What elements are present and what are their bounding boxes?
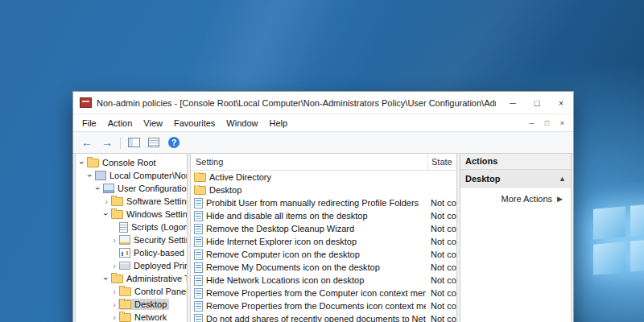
folder-icon bbox=[194, 186, 206, 195]
tree-item-label: Windows Settings bbox=[126, 209, 187, 219]
mdi-restore-button[interactable]: □ bbox=[539, 117, 555, 130]
tree-item-console-root[interactable]: ›Console Root bbox=[76, 156, 187, 169]
folder-icon bbox=[111, 275, 123, 283]
list-row-desktop[interactable]: Desktop bbox=[191, 184, 456, 196]
tree-item-security-setting[interactable]: ›Security Setting bbox=[76, 233, 187, 246]
minimize-button[interactable]: ─ bbox=[501, 92, 525, 114]
expand-chevron-icon[interactable]: › bbox=[110, 262, 118, 270]
folder-icon bbox=[194, 173, 206, 182]
titlebar[interactable]: Non-admin policies - [Console Root\Local… bbox=[73, 92, 573, 114]
tree-item-windows-settings[interactable]: ›Windows Settings bbox=[76, 208, 187, 221]
tree-item-control-panel[interactable]: ›Control Panel bbox=[76, 285, 187, 298]
state-cell: Not configu bbox=[426, 262, 456, 272]
collapse-chevron-icon[interactable]: › bbox=[94, 184, 102, 192]
export-list-icon[interactable] bbox=[147, 135, 161, 150]
toolbar-separator bbox=[120, 137, 121, 149]
tree-item-label: Software Settings bbox=[126, 196, 187, 206]
mdi-close-button[interactable]: × bbox=[555, 117, 570, 130]
list-row-remove-my-documents-icon-on-the-desktop[interactable]: Remove My Documents icon on the desktopN… bbox=[191, 261, 456, 274]
expand-chevron-icon[interactable]: › bbox=[102, 197, 110, 205]
list-row-hide-internet-explorer-icon-on-desktop[interactable]: Hide Internet Explorer icon on desktopNo… bbox=[191, 235, 456, 248]
tree-item-administrative-tem[interactable]: ›Administrative Tem bbox=[76, 272, 187, 285]
state-cell: Not configu bbox=[426, 224, 456, 233]
setting-label: Hide and disable all items on the deskto… bbox=[206, 211, 368, 221]
tree-item-label: Policy-based Q bbox=[134, 248, 187, 258]
more-actions-button[interactable]: More Actions ▶ bbox=[460, 189, 571, 208]
list-row-hide-and-disable-all-items-on-the-desktop[interactable]: Hide and disable all items on the deskto… bbox=[191, 209, 456, 222]
chart-icon bbox=[119, 248, 130, 258]
mdi-minimize-button[interactable]: ─ bbox=[524, 117, 539, 130]
forward-icon[interactable] bbox=[100, 135, 114, 150]
list-row-remove-the-desktop-cleanup-wizard[interactable]: Remove the Desktop Cleanup WizardNot con… bbox=[191, 222, 456, 235]
state-cell: Not configu bbox=[426, 275, 456, 285]
list-row-remove-computer-icon-on-the-desktop[interactable]: Remove Computer icon on the desktopNot c… bbox=[191, 248, 456, 261]
list-row-prohibit-user-from-manually-redirecting-profile-folders[interactable]: Prohibit User from manually redirecting … bbox=[191, 196, 456, 209]
folder-icon bbox=[87, 159, 99, 167]
tree-item-label: Network bbox=[134, 312, 167, 322]
folder-icon bbox=[111, 210, 123, 219]
settings-list: Active DirectoryDesktopProhibit User fro… bbox=[191, 171, 456, 322]
tree-item-label: Desktop bbox=[134, 299, 167, 309]
expand-chevron-icon[interactable]: › bbox=[110, 313, 118, 321]
menu-help[interactable]: Help bbox=[263, 117, 293, 130]
expand-chevron-icon[interactable]: › bbox=[110, 300, 118, 308]
tree-item-network[interactable]: ›Network bbox=[76, 311, 187, 322]
more-actions-label: More Actions bbox=[501, 194, 552, 204]
menu-action[interactable]: Action bbox=[102, 117, 138, 130]
list-row-remove-properties-from-the-computer-icon-context-menu[interactable]: Remove Properties from the Computer icon… bbox=[191, 287, 456, 299]
setting-cell: Remove the Desktop Cleanup Wizard bbox=[191, 224, 426, 234]
setting-cell: Remove Properties from the Computer icon… bbox=[191, 288, 426, 299]
collapse-group-icon[interactable]: ▲ bbox=[559, 175, 566, 183]
collapse-chevron-icon[interactable]: › bbox=[102, 210, 110, 218]
setting-label: Remove Computer icon on the desktop bbox=[206, 250, 360, 259]
setting-label: Remove Properties from the Computer icon… bbox=[206, 288, 426, 298]
collapse-chevron-icon[interactable]: › bbox=[102, 275, 110, 283]
tree-item-local-computer-non-adm[interactable]: ›Local Computer\Non-Adm bbox=[76, 169, 187, 182]
tree-item-user-configuration[interactable]: ›User Configuration bbox=[76, 182, 187, 195]
tree-item-policy-based-q[interactable]: Policy-based Q bbox=[76, 246, 187, 259]
setting-label: Remove the Desktop Cleanup Wizard bbox=[206, 224, 354, 233]
help-icon[interactable] bbox=[167, 135, 181, 150]
toolbar bbox=[73, 131, 573, 154]
setting-label: Remove Properties from the Documents ico… bbox=[206, 301, 426, 311]
actions-group-desktop[interactable]: Desktop ▲ bbox=[460, 170, 571, 188]
tree-item-software-settings[interactable]: ›Software Settings bbox=[76, 195, 187, 208]
setting-icon bbox=[194, 237, 203, 247]
tree-item-label: Administrative Tem bbox=[126, 274, 187, 283]
expand-chevron-icon[interactable]: › bbox=[110, 287, 118, 295]
column-header-state[interactable]: State bbox=[428, 157, 456, 167]
menu-view[interactable]: View bbox=[138, 117, 168, 130]
tree-item-label: Security Setting bbox=[134, 235, 187, 245]
expand-chevron-icon[interactable]: › bbox=[110, 236, 118, 244]
list-row-hide-network-locations-icon-on-desktop[interactable]: Hide Network Locations icon on desktopNo… bbox=[191, 274, 456, 287]
scripts-icon bbox=[119, 222, 128, 233]
collapse-chevron-icon[interactable]: › bbox=[78, 159, 86, 167]
back-icon[interactable] bbox=[80, 135, 94, 150]
settings-list-pane: Setting State Active DirectoryDesktopPro… bbox=[190, 153, 457, 322]
folder-icon bbox=[111, 197, 123, 206]
close-button[interactable]: × bbox=[549, 92, 573, 114]
tree-item-deployed-printe[interactable]: ›Deployed Printe bbox=[76, 259, 187, 272]
menu-items: FileActionViewFavouritesWindowHelp bbox=[76, 117, 293, 130]
setting-icon bbox=[194, 314, 203, 322]
list-row-remove-properties-from-the-documents-icon-context-menu[interactable]: Remove Properties from the Documents ico… bbox=[191, 299, 456, 312]
collapse-chevron-icon[interactable]: › bbox=[86, 171, 94, 180]
tree-item-desktop[interactable]: ›Desktop bbox=[76, 298, 187, 311]
tree-item-label: Deployed Printe bbox=[134, 261, 187, 270]
mdi-window-controls: ─ □ × bbox=[524, 117, 570, 130]
menu-window[interactable]: Window bbox=[221, 117, 263, 130]
menubar: FileActionViewFavouritesWindowHelp ─ □ × bbox=[73, 114, 573, 131]
menu-favourites[interactable]: Favourites bbox=[168, 117, 221, 130]
setting-label: Desktop bbox=[209, 185, 242, 195]
list-row-do-not-add-shares-of-recently-opened-documents-to-networ[interactable]: Do not add shares of recently opened doc… bbox=[191, 312, 456, 322]
printer-icon bbox=[119, 262, 130, 270]
tree-item-scripts-logon[interactable]: Scripts (Logon/ bbox=[76, 221, 187, 233]
console-tree-icon[interactable] bbox=[126, 135, 141, 150]
tree-item-label: User Configuration bbox=[118, 184, 187, 193]
column-header-setting[interactable]: Setting bbox=[191, 154, 428, 170]
menu-file[interactable]: File bbox=[76, 117, 102, 130]
maximize-button[interactable]: □ bbox=[525, 92, 549, 114]
list-row-active-directory[interactable]: Active Directory bbox=[191, 171, 456, 184]
setting-cell: Active Directory bbox=[191, 172, 426, 182]
windows-logo-pane bbox=[630, 238, 644, 271]
